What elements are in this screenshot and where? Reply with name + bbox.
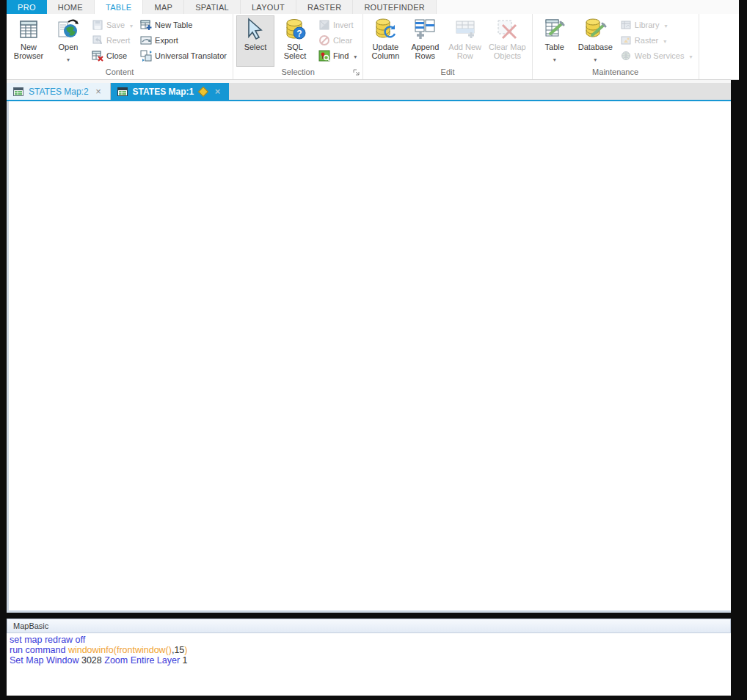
find-dropdown-caret[interactable] [354, 51, 357, 60]
add-new-row-icon [453, 18, 477, 41]
mapbasic-code-area[interactable]: set map redraw off run command windowinf… [7, 633, 731, 696]
find-button[interactable]: Find [315, 48, 360, 63]
database-maintenance-button[interactable]: Database [575, 15, 616, 67]
new-browser-icon [17, 18, 40, 41]
doc-tab-close-icon[interactable] [94, 86, 103, 97]
open-icon [57, 18, 80, 41]
find-icon [318, 50, 330, 62]
mapbasic-title: MapBasic [13, 621, 48, 630]
ribbon-tab-map[interactable]: MAP [143, 0, 184, 14]
ribbon-tab-layout[interactable]: LAYOUT [241, 0, 296, 14]
table-maintenance-label: Table [545, 43, 564, 51]
document-tab-strip: STATES Map:2 STATES Map:1 [7, 83, 731, 101]
doc-tab-close-icon[interactable] [213, 86, 222, 97]
library-caret [664, 21, 667, 29]
web-services-button: Web Services [616, 48, 696, 63]
select-label: Select [244, 43, 267, 51]
raster-caret [663, 36, 666, 45]
mapbasic-line: set map redraw off [10, 635, 731, 645]
open-dropdown-caret[interactable] [67, 51, 70, 65]
sql-select-button[interactable]: ? SQL Select [276, 15, 314, 67]
library-button: Library [616, 17, 696, 32]
database-maintenance-caret[interactable] [594, 51, 597, 65]
doc-tab-label: STATES Map:2 [29, 87, 89, 97]
app-window: PRO HOME TABLE MAP SPATIAL LAYOUT RASTER… [0, 0, 747, 700]
export-label: Export [155, 36, 178, 45]
web-services-label: Web Services [635, 51, 685, 60]
ribbon-tab-home[interactable]: HOME [47, 0, 95, 14]
svg-text:?: ? [296, 29, 302, 39]
update-column-icon [374, 18, 397, 41]
group-label-edit: Edit [363, 67, 531, 79]
invert-icon [318, 19, 330, 31]
find-label: Find [333, 51, 349, 60]
mapbasic-header[interactable]: MapBasic [7, 619, 731, 633]
invert-label: Invert [333, 21, 354, 29]
append-rows-label: Append Rows [411, 43, 439, 60]
append-rows-button[interactable]: Append Rows [406, 15, 444, 67]
clear-icon [318, 34, 330, 46]
database-maintenance-label: Database [578, 43, 613, 51]
library-icon [620, 19, 632, 31]
ribbon-tab-pro[interactable]: PRO [7, 0, 47, 14]
update-column-button[interactable]: Update Column [366, 15, 404, 67]
invert-button: Invert [315, 17, 360, 32]
revert-button: Revert [88, 32, 136, 48]
universal-translator-label: Universal Translator [155, 51, 227, 60]
doc-tab-states-map-2[interactable]: STATES Map:2 [7, 83, 111, 100]
library-label: Library [635, 21, 660, 29]
close-button[interactable]: Close [88, 48, 136, 63]
clear-map-objects-button: Clear Map Objects [486, 15, 529, 67]
revert-label: Revert [106, 36, 130, 45]
web-services-icon [620, 50, 632, 62]
database-maintenance-icon [583, 18, 607, 41]
ribbon-tab-spacer [437, 0, 739, 14]
ribbon-tab-routefinder[interactable]: ROUTEFINDER [353, 0, 437, 14]
new-table-label: New Table [155, 21, 192, 29]
table-maintenance-icon [543, 18, 566, 41]
web-services-caret [689, 51, 692, 60]
map-window-icon [13, 87, 23, 96]
ribbon-tab-raster[interactable]: RASTER [296, 0, 353, 14]
group-label-maintenance: Maintenance [533, 67, 699, 79]
ribbon-tab-table[interactable]: TABLE [95, 0, 144, 14]
open-label: Open [59, 43, 79, 51]
clear-button: Clear [315, 32, 360, 48]
new-table-button[interactable]: New Table [136, 17, 230, 32]
map-canvas[interactable] [7, 101, 731, 613]
modified-diamond-icon [198, 86, 208, 96]
append-rows-icon [413, 18, 437, 41]
update-column-label: Update Column [371, 43, 399, 60]
mapbasic-panel: MapBasic set map redraw off run command … [7, 619, 731, 696]
clear-map-objects-icon [495, 18, 519, 41]
save-label: Save [106, 21, 125, 29]
open-button[interactable]: Open [49, 15, 87, 67]
clear-map-objects-label: Clear Map Objects [489, 43, 526, 60]
new-browser-button[interactable]: New Browser [10, 15, 48, 67]
raster-label: Raster [635, 36, 658, 45]
ribbon-group-maintenance: Table Database [533, 14, 699, 79]
add-new-row-button: Add New Row [445, 15, 484, 67]
group-label-selection-text: Selection [282, 68, 315, 76]
table-maintenance-caret[interactable] [553, 51, 556, 65]
new-browser-label: New Browser [14, 43, 43, 60]
close-label: Close [106, 51, 127, 60]
ribbon-group-content: New Browser Open [7, 14, 233, 79]
ribbon-tab-spatial[interactable]: SPATIAL [184, 0, 241, 14]
table-maintenance-button[interactable]: Table [536, 15, 574, 67]
map-window-icon [117, 87, 128, 96]
mapbasic-line: Set Map Window 3028 Zoom Entire Layer 1 [10, 655, 731, 666]
save-icon [92, 19, 103, 31]
select-button[interactable]: Select [236, 15, 274, 67]
doc-tab-states-map-1[interactable]: STATES Map:1 [111, 83, 230, 100]
selection-dialog-launcher-icon[interactable] [353, 69, 360, 76]
close-table-icon [92, 50, 103, 62]
sql-select-icon: ? [283, 18, 307, 41]
universal-translator-button[interactable]: Universal Translator [136, 48, 230, 63]
new-table-icon [140, 19, 152, 31]
export-button[interactable]: Export [136, 32, 230, 48]
raster-icon [620, 34, 632, 46]
raster-button: Raster [616, 32, 696, 48]
add-new-row-label: Add New Row [448, 43, 481, 60]
ribbon-tab-bar: PRO HOME TABLE MAP SPATIAL LAYOUT RASTER… [7, 0, 739, 14]
